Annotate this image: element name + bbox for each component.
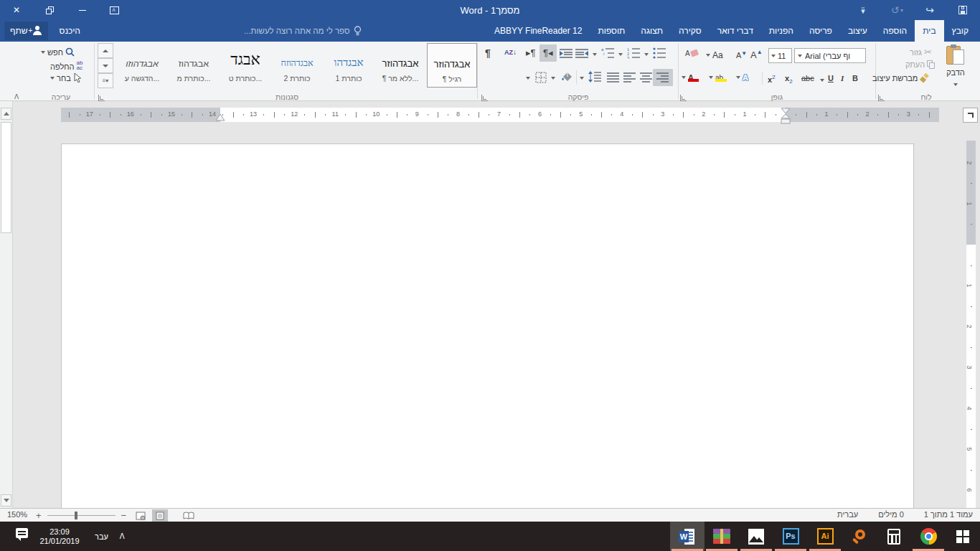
bold-button[interactable]: B — [852, 74, 858, 83]
tab-8[interactable]: תצוגה — [633, 20, 671, 42]
line-spacing-icon[interactable] — [588, 71, 601, 83]
vertical-ruler[interactable]: 12123456 — [966, 141, 976, 508]
taskbar-app-word[interactable]: W — [670, 522, 705, 551]
style-item[interactable]: אבגדכותרת ט... — [220, 43, 270, 88]
tell-me-box[interactable]: ספר לי מה אתה רוצה לעשות... — [244, 20, 396, 42]
zoom-level[interactable]: 150% — [7, 510, 27, 519]
align-center-button-icon[interactable] — [640, 72, 652, 83]
borders-dropdown-icon[interactable] — [526, 74, 530, 83]
style-item[interactable]: אבגדהוזחכותרת 2 — [272, 43, 322, 88]
taskbar-app-photoshop[interactable]: Ps — [773, 522, 808, 551]
taskbar-app-illustrator[interactable]: Ai — [808, 522, 842, 551]
borders-icon[interactable] — [535, 72, 547, 83]
taskbar-app-photos[interactable] — [739, 522, 773, 551]
read-mode-view-icon[interactable] — [181, 509, 197, 522]
font-name-combobox[interactable]: Arial (וף עברי — [794, 48, 866, 63]
bullets-icon[interactable] — [653, 47, 666, 59]
multilevel-list-icon[interactable]: ai — [601, 47, 614, 59]
style-item[interactable]: אבגדהוזר¶ ללא מר... — [375, 43, 425, 88]
style-item[interactable]: אבגדהוזר¶ רגיל — [427, 43, 477, 88]
numbering-icon[interactable]: 123 — [627, 47, 640, 59]
styles-scroll-down-icon[interactable] — [98, 58, 113, 73]
print-layout-view-icon[interactable] — [152, 509, 168, 522]
strikethrough-button[interactable]: abc — [801, 74, 814, 83]
scroll-down-icon[interactable] — [1, 494, 11, 507]
tab-3[interactable]: עיצוב — [840, 20, 875, 42]
cut-button[interactable]: גזור ✂ — [910, 47, 932, 57]
text-effects-button[interactable]: A — [736, 73, 748, 82]
bullets-dropdown-icon[interactable] — [644, 50, 649, 59]
find-button[interactable]: חפש — [41, 47, 75, 57]
save-icon[interactable] — [954, 0, 971, 20]
multilevel-list-dropdown-icon[interactable] — [593, 50, 597, 59]
change-case-button[interactable]: Aa — [706, 50, 723, 60]
numbering-dropdown-icon[interactable] — [618, 50, 623, 59]
web-layout-view-icon[interactable] — [133, 509, 149, 522]
zoom-slider-thumb[interactable] — [75, 512, 77, 519]
underline-button[interactable]: U — [828, 74, 834, 83]
zoom-in-icon[interactable]: + — [36, 510, 42, 521]
taskbar-app-chrome[interactable] — [911, 522, 946, 551]
underline-dropdown-icon[interactable] — [820, 76, 824, 85]
show-hidden-icons-chevron[interactable]: ᐱ — [120, 532, 125, 540]
sign-in-button[interactable]: היכנס — [60, 26, 80, 36]
replace-button[interactable]: החלפה abac — [50, 60, 83, 71]
paragraph-dialog-launcher-icon[interactable] — [481, 95, 488, 101]
tab-5[interactable]: הפניות — [761, 20, 801, 42]
shading-dropdown-icon[interactable] — [551, 74, 555, 83]
keyboard-language[interactable]: עבר — [95, 532, 108, 541]
scroll-up-icon[interactable] — [1, 108, 11, 120]
undo-icon[interactable]: ↺▼ — [887, 0, 908, 20]
taskbar-app-calculator[interactable] — [877, 522, 911, 551]
taskbar-clock[interactable]: 23:09 21/01/2019 — [34, 527, 85, 546]
align-left-button-icon[interactable] — [623, 72, 636, 83]
clipboard-dialog-launcher-icon[interactable] — [878, 95, 885, 101]
tab-selector[interactable] — [963, 108, 978, 123]
shading-bucket-icon[interactable] — [560, 71, 573, 83]
document-page[interactable] — [61, 143, 914, 508]
redo-icon[interactable]: ↪ — [921, 0, 938, 20]
subscript-button[interactable]: x2 — [785, 74, 793, 85]
paste-button[interactable]: הדבק — [938, 44, 973, 89]
tab-4[interactable]: פריסה — [801, 20, 840, 42]
shrink-font-button[interactable]: A▼ — [736, 50, 747, 60]
indent-markers-icon[interactable] — [781, 108, 791, 125]
tab-2[interactable]: הוספה — [875, 20, 915, 42]
line-spacing-dropdown-icon[interactable] — [580, 74, 584, 83]
font-color-button[interactable]: A — [682, 73, 699, 82]
zoom-out-icon[interactable]: − — [121, 510, 127, 521]
justify-button-icon[interactable] — [607, 72, 619, 83]
style-item[interactable]: אבגדהוכותרת 1 — [324, 43, 374, 88]
tab-6[interactable]: דברי דואר — [710, 20, 761, 42]
word-count[interactable]: 0 מילים — [878, 510, 904, 519]
zoom-slider[interactable] — [47, 515, 116, 516]
sort-button[interactable]: AZ↓ — [504, 47, 517, 56]
style-item[interactable]: אבגדהוזוהדגשה ע... — [117, 43, 167, 88]
collapse-ribbon-icon[interactable]: ᐱ — [14, 93, 19, 100]
font-dialog-launcher-icon[interactable] — [680, 95, 687, 101]
action-center-icon[interactable] — [16, 528, 28, 538]
right-indent-marker-icon[interactable] — [215, 113, 226, 122]
highlight-button[interactable]: ab — [709, 73, 727, 82]
share-button[interactable]: שתף + — [4, 22, 48, 40]
vertical-scrollbar[interactable] — [0, 101, 13, 508]
style-item[interactable]: אבגדהוזכותרת מ... — [169, 43, 219, 88]
decrease-indent-icon[interactable] — [560, 48, 573, 58]
font-size-combobox[interactable]: 11 — [768, 48, 792, 63]
select-button[interactable]: בחר — [50, 73, 81, 83]
customize-qat-icon[interactable]: =▼ — [856, 0, 870, 20]
start-button[interactable] — [946, 522, 980, 551]
tab-1[interactable]: בית — [915, 20, 943, 42]
ltr-direction-button[interactable]: ▸¶ — [526, 47, 536, 58]
taskbar-app-search[interactable] — [842, 522, 877, 551]
format-painter-button[interactable]: מברשת עיצוב — [872, 74, 929, 83]
scrollbar-thumb[interactable] — [1, 122, 11, 233]
clear-formatting-button[interactable]: A — [685, 49, 698, 57]
tab-7[interactable]: סקירה — [671, 20, 710, 42]
grow-font-button[interactable]: A▲ — [750, 49, 763, 60]
styles-more-icon[interactable]: ≡▾ — [98, 73, 113, 88]
language-indicator[interactable]: עברית — [837, 510, 858, 519]
show-paragraph-marks-button[interactable]: ¶ — [485, 47, 491, 59]
tab-9[interactable]: תוספות — [590, 20, 633, 42]
tab-file[interactable]: קובץ — [944, 20, 976, 42]
